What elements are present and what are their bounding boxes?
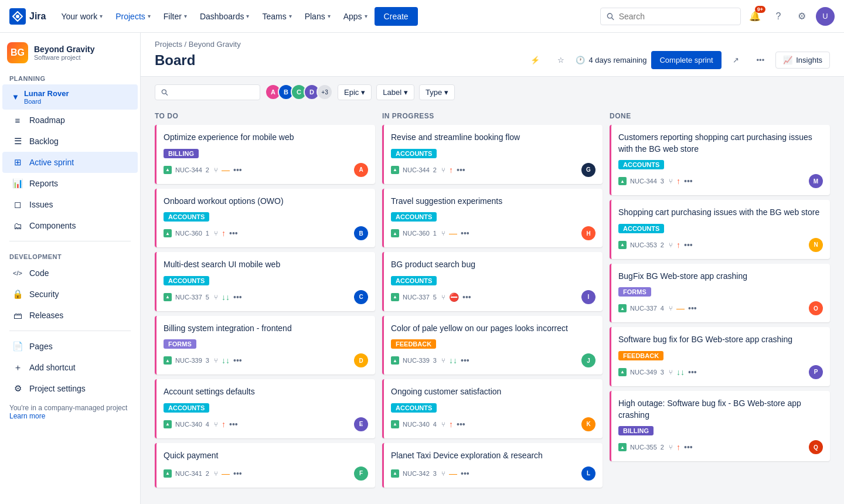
card-options-button[interactable]: ••• <box>229 229 238 238</box>
card-todo-2[interactable]: Multi-dest search UI mobile web ACCOUNTS… <box>155 252 375 311</box>
nav-dashboards[interactable]: Dashboards ▾ <box>194 8 256 25</box>
type-filter[interactable]: Type ▾ <box>419 84 455 100</box>
card-options-button[interactable]: ••• <box>684 442 693 452</box>
card-options-button[interactable]: ••• <box>457 420 465 429</box>
development-section-label: DEVELOPMENT <box>0 246 140 263</box>
sidebar-item-lunar-rover[interactable]: ▼ Lunar Rover Board <box>2 84 138 110</box>
card-options-button[interactable]: ••• <box>233 356 242 365</box>
card-inprogress-0[interactable]: Revise and streamline booking flow ACCOU… <box>382 125 603 184</box>
card-avatar: M <box>809 174 823 188</box>
branch-icon: ⑂ <box>214 294 218 301</box>
logo[interactable]: Jira <box>9 8 46 25</box>
card-options-button[interactable]: ••• <box>684 240 693 250</box>
card-options-button[interactable]: ••• <box>688 304 697 313</box>
card-options-button[interactable]: ••• <box>461 469 469 478</box>
help-button[interactable]: ? <box>769 7 788 26</box>
lightning-button[interactable]: ⚡ <box>524 52 546 69</box>
card-options-button[interactable]: ••• <box>233 165 242 175</box>
epic-filter[interactable]: Epic ▾ <box>338 84 372 100</box>
card-todo-3[interactable]: Billing system integration - frontend FO… <box>155 316 375 375</box>
sidebar-item-releases[interactable]: 🗃 Releases <box>2 305 138 326</box>
nav-plans[interactable]: Plans ▾ <box>299 8 336 25</box>
brand-name: Jira <box>29 11 46 22</box>
priority-low-icon: ↓↓ <box>449 356 457 365</box>
card-avatar: L <box>581 466 595 481</box>
label-filter[interactable]: Label ▾ <box>376 84 414 100</box>
svg-point-2 <box>162 90 166 94</box>
board-search-input[interactable] <box>172 88 254 97</box>
sidebar-item-project-settings[interactable]: ⚙ Project settings <box>2 378 138 399</box>
backlog-icon: ☰ <box>12 135 23 147</box>
user-avatar[interactable]: U <box>816 7 835 26</box>
card-id: NUC-353 <box>630 241 657 248</box>
card-inprogress-3[interactable]: Color of pale yellow on our pages looks … <box>382 316 603 375</box>
card-meta-left: ▲ NUC-339 3 ⑂ ↓↓ ••• <box>391 356 469 365</box>
nav-teams[interactable]: Teams ▾ <box>256 8 297 25</box>
sidebar-item-active-sprint[interactable]: ⊞ Active sprint <box>2 152 138 173</box>
learn-more-link[interactable]: Learn more <box>9 412 45 420</box>
story-points: 1 <box>433 230 437 237</box>
sidebar-item-security[interactable]: 🔒 Security <box>2 284 138 305</box>
story-points: 5 <box>433 294 437 301</box>
avatar-more[interactable]: +3 <box>316 84 333 100</box>
notifications-button[interactable]: 🔔 9+ <box>746 7 764 26</box>
settings-button[interactable]: ⚙ <box>792 7 811 26</box>
sidebar-project-header[interactable]: BG Beyond Gravity Software project <box>0 33 140 68</box>
card-inprogress-1[interactable]: Travel suggestion experiments ACCOUNTS ▲… <box>382 189 603 248</box>
complete-sprint-button[interactable]: Complete sprint <box>651 51 721 69</box>
card-options-button[interactable]: ••• <box>229 420 238 429</box>
card-meta-left: ▲ NUC-340 4 ⑂ ↑ ••• <box>164 420 238 429</box>
sidebar-item-components[interactable]: 🗂 Components <box>2 215 138 236</box>
card-todo-5[interactable]: Quick payment ▲ NUC-341 2 ⑂ — ••• F <box>155 443 375 488</box>
card-done-0[interactable]: Customers reporting shopping cart purcha… <box>610 125 830 195</box>
sidebar-item-roadmap[interactable]: ≡ Roadmap <box>2 110 138 131</box>
card-options-button[interactable]: ••• <box>688 367 697 377</box>
sidebar-item-reports[interactable]: 📊 Reports <box>2 173 138 194</box>
nav-your-work[interactable]: Your work ▾ <box>55 8 108 25</box>
sidebar-item-backlog[interactable]: ☰ Backlog <box>2 131 138 152</box>
sidebar-item-issues[interactable]: ◻ Issues <box>2 194 138 215</box>
story-icon: ▲ <box>164 293 172 301</box>
card-title: Color of pale yellow on our pages looks … <box>391 323 595 335</box>
card-done-1[interactable]: Shopping cart purchasing issues with the… <box>610 200 830 259</box>
chart-icon: 📈 <box>783 56 792 64</box>
card-todo-0[interactable]: Optimize experience for mobile web BILLI… <box>155 125 375 184</box>
card-options-button[interactable]: ••• <box>233 292 242 302</box>
card-options-button[interactable]: ••• <box>461 356 469 365</box>
star-button[interactable]: ☆ <box>551 52 571 69</box>
card-options-button[interactable]: ••• <box>457 165 465 175</box>
search-input[interactable] <box>619 12 734 21</box>
card-todo-4[interactable]: Account settings defaults ACCOUNTS ▲ NUC… <box>155 379 375 438</box>
card-done-4[interactable]: High outage: Software bug fix - BG Web-s… <box>610 391 830 461</box>
create-button[interactable]: Create <box>375 7 418 26</box>
card-options-button[interactable]: ••• <box>233 469 242 478</box>
story-icon: ▲ <box>618 241 627 249</box>
card-options-button[interactable]: ••• <box>462 292 471 302</box>
active-item-label: Lunar Rover <box>24 89 69 98</box>
card-done-2[interactable]: BugFix BG Web-store app crashing FORMS ▲… <box>610 264 830 323</box>
search-box[interactable] <box>600 8 741 25</box>
card-todo-1[interactable]: Onboard workout options (OWO) ACCOUNTS ▲… <box>155 189 375 248</box>
nav-filter[interactable]: Filter ▾ <box>158 8 193 25</box>
card-avatar: B <box>354 226 368 240</box>
card-inprogress-4[interactable]: Ongoing customer satisfaction ACCOUNTS ▲… <box>382 379 603 438</box>
sidebar-item-pages[interactable]: 📄 Pages <box>2 336 138 357</box>
insights-button[interactable]: 📈 Insights <box>775 52 830 69</box>
sidebar-item-add-shortcut[interactable]: ＋ Add shortcut <box>2 357 138 378</box>
card-options-button[interactable]: ••• <box>461 229 469 238</box>
sidebar-item-code[interactable]: </> Code <box>2 263 138 284</box>
nav-apps[interactable]: Apps ▾ <box>338 8 373 25</box>
card-inprogress-5[interactable]: Planet Taxi Device exploration & researc… <box>382 443 603 488</box>
sprint-badge: 🕐 4 days remaining <box>576 56 646 64</box>
nav-projects[interactable]: Projects ▾ <box>110 8 156 25</box>
breadcrumb-projects-link[interactable]: Projects <box>155 40 182 49</box>
share-button[interactable]: ↗ <box>726 52 746 69</box>
story-icon: ▲ <box>618 304 627 312</box>
card-inprogress-2[interactable]: BG product search bug ACCOUNTS ▲ NUC-337… <box>382 252 603 311</box>
card-title: Optimize experience for mobile web <box>164 132 368 144</box>
card-options-button[interactable]: ••• <box>684 176 693 186</box>
board-search-box[interactable] <box>155 84 260 100</box>
card-title: Multi-dest search UI mobile web <box>164 259 368 271</box>
more-options-button[interactable]: ••• <box>750 52 771 69</box>
card-done-3[interactable]: Software bug fix for BG Web-store app cr… <box>610 327 830 386</box>
